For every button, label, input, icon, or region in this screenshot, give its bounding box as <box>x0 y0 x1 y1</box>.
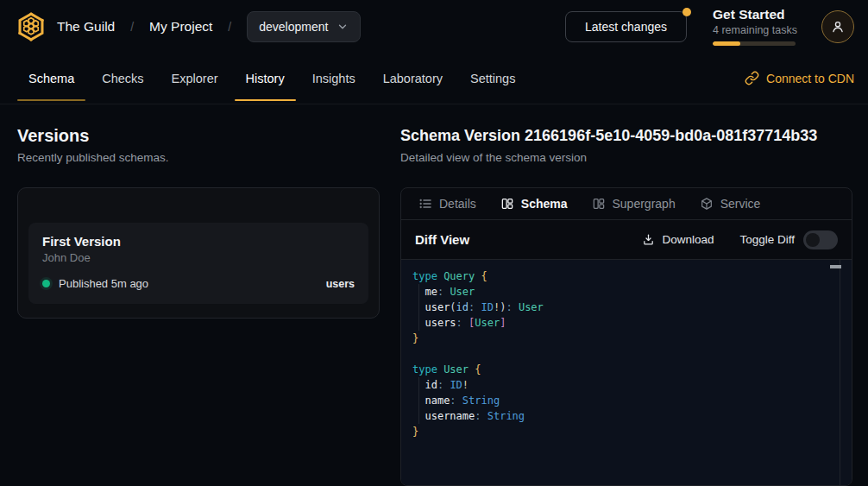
cube-icon <box>700 197 714 211</box>
tab-label: Schema <box>521 197 568 211</box>
nav-tab-label: Explorer <box>172 72 218 85</box>
toggle-diff-label: Toggle Diff <box>739 233 795 246</box>
breadcrumb-separator: / <box>228 20 231 34</box>
schema-code-editor[interactable]: type Query { me: User user(id: ID!): Use… <box>401 260 852 485</box>
download-button[interactable]: Download <box>642 233 714 246</box>
tab-underline <box>17 99 85 101</box>
breadcrumb-project[interactable]: My Project <box>149 19 212 35</box>
main-content: Versions Recently published schemas. Fir… <box>0 104 868 486</box>
user-avatar[interactable] <box>821 10 854 43</box>
tab-details[interactable]: Details <box>418 197 476 211</box>
app-root: The Guild / My Project / development Lat… <box>0 0 868 486</box>
nav-tab-insights[interactable]: Insights <box>301 53 367 104</box>
tab-underline-active <box>235 99 296 101</box>
indent-guide <box>418 377 419 424</box>
nav-tab-explorer[interactable]: Explorer <box>160 53 230 104</box>
tab-service[interactable]: Service <box>700 197 761 211</box>
get-started-title: Get Started <box>713 7 796 22</box>
columns-icon <box>500 197 514 211</box>
editor-scrollbar-track <box>840 260 840 485</box>
tab-label: Details <box>439 197 476 211</box>
target-select[interactable]: development <box>247 11 361 42</box>
nav-tab-label: Insights <box>312 72 355 85</box>
version-detail-title: Schema Version 2166196f-5e10-4059-bd0a-0… <box>400 126 852 145</box>
versions-title: Versions <box>17 126 380 145</box>
hive-logo-icon[interactable] <box>14 9 48 44</box>
top-bar: The Guild / My Project / development Lat… <box>0 0 868 53</box>
tab-supergraph[interactable]: Supergraph <box>592 197 676 211</box>
person-icon <box>830 19 846 35</box>
nav-tab-schema[interactable]: Schema <box>17 53 85 104</box>
editor-scrollbar-thumb[interactable] <box>830 265 841 268</box>
diff-view-title: Diff View <box>415 232 469 247</box>
get-started-subtitle: 4 remaining tasks <box>713 24 796 36</box>
nav-tab-label: Checks <box>102 72 143 85</box>
toggle-knob <box>806 233 820 247</box>
service-badge: users <box>326 278 355 290</box>
indent-guide <box>418 284 419 331</box>
versions-subtitle: Recently published schemas. <box>17 151 380 164</box>
breadcrumb-org[interactable]: The Guild <box>57 19 115 35</box>
graphql-sdl-code: type Query { me: User user(id: ID!): Use… <box>401 260 852 439</box>
target-select-value: development <box>259 20 328 34</box>
breadcrumb: The Guild / My Project / development <box>57 11 361 42</box>
chevron-down-icon <box>337 21 349 33</box>
download-icon <box>642 233 655 246</box>
detail-tabs: Details Schema <box>401 188 852 220</box>
nav-tab-label: Settings <box>470 72 515 85</box>
nav-tab-label: Laboratory <box>383 72 443 85</box>
connect-to-cdn-link[interactable]: Connect to CDN <box>745 53 854 104</box>
nav-tab-label: Schema <box>28 72 74 85</box>
nav-tab-settings[interactable]: Settings <box>459 53 526 104</box>
diff-actions: Download Toggle Diff <box>642 230 838 249</box>
toggle-diff-switch[interactable] <box>803 230 838 249</box>
get-started-progress-fill <box>713 41 740 46</box>
get-started-progress-track <box>713 41 796 46</box>
version-status-row: Published 5m ago users <box>42 277 355 290</box>
columns-icon <box>592 197 606 211</box>
version-detail-section: Schema Version 2166196f-5e10-4059-bd0a-0… <box>400 104 852 486</box>
notification-dot <box>682 8 691 16</box>
download-label: Download <box>662 233 714 246</box>
version-name: First Version <box>42 234 355 249</box>
nav-tab-history[interactable]: History <box>235 53 296 104</box>
version-list-item[interactable]: First Version John Doe Published 5m ago … <box>28 223 368 304</box>
nav-tab-label: History <box>246 72 285 85</box>
get-started-widget[interactable]: Get Started 4 remaining tasks <box>713 7 796 46</box>
latest-changes-button[interactable]: Latest changes <box>565 11 687 42</box>
main-nav: Schema Checks Explorer History Insights … <box>0 53 868 104</box>
connect-to-cdn-label: Connect to CDN <box>766 72 854 85</box>
tab-label: Service <box>720 197 761 211</box>
nav-tab-laboratory[interactable]: Laboratory <box>372 53 454 104</box>
published-status-dot <box>42 280 50 287</box>
link-icon <box>745 71 759 85</box>
nav-tab-checks[interactable]: Checks <box>91 53 154 104</box>
version-status: Published 5m ago <box>59 277 148 290</box>
topbar-right: Latest changes Get Started 4 remaining t… <box>565 7 854 46</box>
breadcrumb-separator: / <box>130 20 134 34</box>
versions-section: Versions Recently published schemas. Fir… <box>17 104 380 486</box>
tab-schema[interactable]: Schema <box>500 197 568 211</box>
version-author: John Doe <box>42 251 355 264</box>
diff-view-header: Diff View Download Toggle Diff <box>401 220 852 260</box>
tab-label: Supergraph <box>613 197 676 211</box>
list-icon <box>418 197 432 211</box>
version-detail-panel: Details Schema <box>400 187 852 486</box>
versions-list: First Version John Doe Published 5m ago … <box>17 187 380 319</box>
nav-tabs: Schema Checks Explorer History Insights … <box>17 53 526 104</box>
version-detail-subtitle: Detailed view of the schema version <box>400 151 852 164</box>
